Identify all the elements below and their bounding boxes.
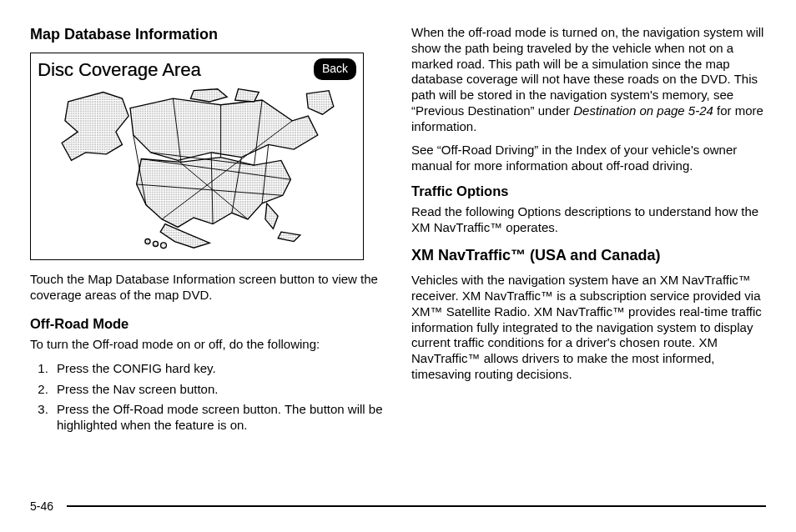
heading-traffic-options: Traffic Options: [411, 183, 766, 200]
paragraph-offroad-on-1: When the off-road mode is turned on, the…: [411, 25, 766, 134]
paragraph-offroad-on-2: See “Off-Road Driving” in the Index of y…: [411, 143, 766, 174]
list-item: Press the CONFIG hard key.: [52, 361, 385, 377]
page-number: 5-46: [30, 499, 67, 514]
paragraph-offroad-intro: To turn the Off-road mode on or off, do …: [30, 337, 385, 353]
svg-point-3: [153, 241, 158, 246]
offroad-steps-list: Press the CONFIG hard key. Press the Nav…: [30, 361, 385, 434]
right-column: When the off-road mode is turned on, the…: [411, 25, 766, 496]
paragraph-traffic-options: Read the following Options descriptions …: [411, 204, 766, 236]
back-button[interactable]: Back: [314, 58, 356, 81]
figure-title: Disc Coverage Area: [38, 58, 201, 82]
page: Map Database Information Disc Coverage A…: [0, 0, 796, 532]
figure-disc-coverage: Disc Coverage Area Back: [30, 53, 364, 261]
paragraph-xm-navtraffic: Vehicles with the navigation system have…: [411, 273, 766, 382]
paragraph-touch-map-db: Touch the Map Database Information scree…: [30, 272, 385, 304]
map-illustration: [38, 84, 356, 251]
columns: Map Database Information Disc Coverage A…: [30, 25, 766, 496]
footer-rule: [67, 505, 766, 507]
list-item: Press the Off-Road mode screen button. T…: [52, 402, 385, 434]
destination-page-ref: Destination on page 5‑24: [573, 103, 713, 118]
heading-off-road-mode: Off-Road Mode: [30, 315, 385, 333]
svg-point-4: [161, 243, 167, 248]
list-item: Press the Nav screen button.: [52, 382, 385, 398]
heading-xm-navtraffic: XM NavTraffic™ (USA and Canada): [411, 246, 766, 265]
svg-point-2: [145, 239, 150, 244]
page-footer: 5-46: [30, 496, 766, 514]
left-column: Map Database Information Disc Coverage A…: [30, 25, 385, 496]
north-america-map-icon: [47, 84, 347, 251]
heading-map-database-information: Map Database Information: [30, 25, 385, 44]
figure-header-row: Disc Coverage Area Back: [38, 58, 356, 82]
